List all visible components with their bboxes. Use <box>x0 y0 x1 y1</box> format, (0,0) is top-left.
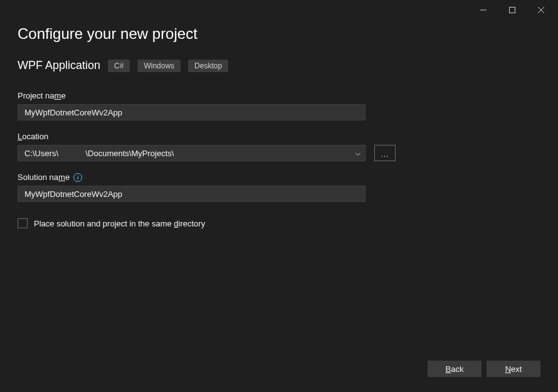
next-button[interactable]: Next <box>487 361 540 377</box>
project-name-label: Project name <box>18 91 540 100</box>
location-label: Location <box>18 132 540 141</box>
titlebar <box>0 0 558 20</box>
back-button[interactable]: Back <box>428 361 482 377</box>
location-input[interactable] <box>18 145 366 161</box>
close-button[interactable] <box>527 0 555 20</box>
page-title: Configure your new project <box>18 25 540 43</box>
same-directory-row: Place solution and project in the same d… <box>18 218 540 228</box>
svg-rect-1 <box>510 8 515 13</box>
template-header: WPF Application C# Windows Desktop <box>18 59 540 72</box>
solution-name-label: Solution name i <box>18 172 540 182</box>
project-name-group: Project name <box>18 91 540 120</box>
minimize-icon <box>480 7 487 13</box>
project-name-input[interactable] <box>18 104 366 120</box>
same-directory-checkbox[interactable] <box>18 218 28 228</box>
close-icon <box>538 7 544 13</box>
location-group: Location ... <box>18 132 540 161</box>
same-directory-label: Place solution and project in the same d… <box>34 219 205 228</box>
minimize-button[interactable] <box>469 0 498 20</box>
info-icon[interactable]: i <box>73 173 82 182</box>
content-area: Configure your new project WPF Applicati… <box>0 20 558 348</box>
template-name: WPF Application <box>18 59 100 72</box>
tag-csharp: C# <box>108 60 130 72</box>
footer: Back Next <box>0 348 558 392</box>
browse-button[interactable]: ... <box>374 145 396 161</box>
tag-windows: Windows <box>137 60 181 72</box>
solution-name-input[interactable] <box>18 186 366 202</box>
tag-desktop: Desktop <box>188 60 228 72</box>
location-combo[interactable] <box>18 145 366 161</box>
maximize-icon <box>509 7 515 13</box>
maximize-button[interactable] <box>498 0 527 20</box>
solution-name-group: Solution name i <box>18 172 540 202</box>
